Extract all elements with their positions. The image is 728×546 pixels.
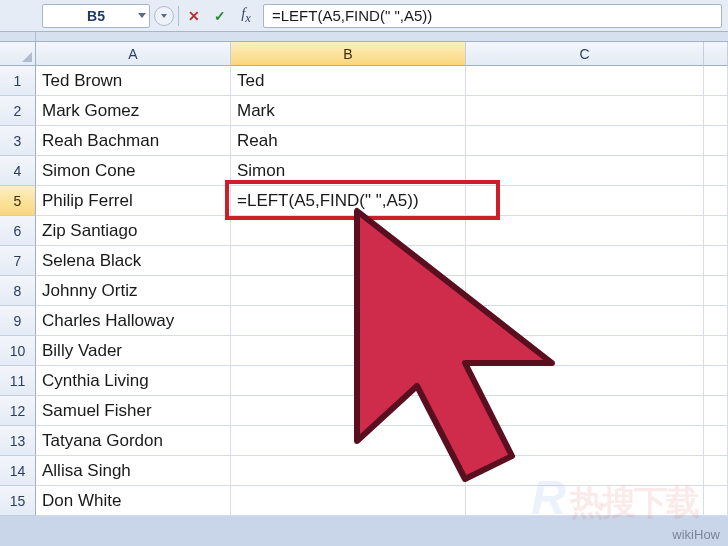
cell-C2[interactable] — [466, 96, 704, 126]
cell-B13[interactable] — [231, 426, 466, 456]
cell-A14[interactable]: Allisa Singh — [36, 456, 231, 486]
formula-bar: B5 ✕ ✓ fx =LEFT(A5,FIND(" ",A5)) — [0, 0, 728, 32]
cell-A5[interactable]: Philip Ferrel — [36, 186, 231, 216]
row-header-7[interactable]: 7 — [0, 246, 36, 276]
column-header-C[interactable]: C — [466, 42, 704, 66]
cell-C13[interactable] — [466, 426, 704, 456]
cell-C4[interactable] — [466, 156, 704, 186]
cell-A9[interactable]: Charles Halloway — [36, 306, 231, 336]
cell-overflow-12[interactable] — [704, 396, 728, 426]
cell-B8[interactable] — [231, 276, 466, 306]
formula-input[interactable]: =LEFT(A5,FIND(" ",A5)) — [263, 4, 722, 28]
cell-A1[interactable]: Ted Brown — [36, 66, 231, 96]
row-header-2[interactable]: 2 — [0, 96, 36, 126]
cell-B14[interactable] — [231, 456, 466, 486]
cell-overflow-14[interactable] — [704, 456, 728, 486]
cell-C10[interactable] — [466, 336, 704, 366]
cell-overflow-8[interactable] — [704, 276, 728, 306]
column-header-A[interactable]: A — [36, 42, 231, 66]
cell-overflow-3[interactable] — [704, 126, 728, 156]
cell-overflow-2[interactable] — [704, 96, 728, 126]
name-box-dropdown[interactable] — [154, 6, 174, 26]
row-header-13[interactable]: 13 — [0, 426, 36, 456]
cell-A2[interactable]: Mark Gomez — [36, 96, 231, 126]
cell-C11[interactable] — [466, 366, 704, 396]
cell-A4[interactable]: Simon Cone — [36, 156, 231, 186]
cell-B6[interactable] — [231, 216, 466, 246]
row-header-4[interactable]: 4 — [0, 156, 36, 186]
formula-enter-button[interactable]: ✓ — [209, 5, 231, 27]
row-header-1[interactable]: 1 — [0, 66, 36, 96]
cell-A10[interactable]: Billy Vader — [36, 336, 231, 366]
background-watermark-logo: R热搜下载 — [531, 470, 698, 526]
cell-C1[interactable] — [466, 66, 704, 96]
fx-icon: fx — [241, 5, 251, 26]
check-icon: ✓ — [214, 8, 226, 24]
cell-A13[interactable]: Tatyana Gordon — [36, 426, 231, 456]
select-all-corner[interactable] — [0, 42, 36, 66]
cell-B2[interactable]: Mark — [231, 96, 466, 126]
cell-overflow-4[interactable] — [704, 156, 728, 186]
formula-text: =LEFT(A5,FIND(" ",A5)) — [272, 7, 432, 24]
cell-C6[interactable] — [466, 216, 704, 246]
row-header-15[interactable]: 15 — [0, 486, 36, 516]
cell-B12[interactable] — [231, 396, 466, 426]
watermark-text: wikiHow — [672, 527, 720, 542]
chevron-down-icon[interactable] — [138, 13, 146, 18]
cell-A15[interactable]: Don White — [36, 486, 231, 516]
cell-B10[interactable] — [231, 336, 466, 366]
cell-C9[interactable] — [466, 306, 704, 336]
row-header-8[interactable]: 8 — [0, 276, 36, 306]
cell-B15[interactable] — [231, 486, 466, 516]
cell-overflow-1[interactable] — [704, 66, 728, 96]
cell-overflow-9[interactable] — [704, 306, 728, 336]
row-header-12[interactable]: 12 — [0, 396, 36, 426]
row-header-10[interactable]: 10 — [0, 336, 36, 366]
cell-C12[interactable] — [466, 396, 704, 426]
row-header-5[interactable]: 5 — [0, 186, 36, 216]
cell-B5[interactable]: =LEFT(A5,FIND(" ",A5)) — [231, 186, 466, 216]
cell-overflow-11[interactable] — [704, 366, 728, 396]
formula-cancel-button[interactable]: ✕ — [183, 5, 205, 27]
chevron-down-icon — [161, 14, 167, 18]
spreadsheet-grid[interactable]: ABC1Ted BrownTed2Mark GomezMark3Reah Bac… — [0, 42, 728, 516]
cell-B1[interactable]: Ted — [231, 66, 466, 96]
cell-overflow-15[interactable] — [704, 486, 728, 516]
cell-overflow-13[interactable] — [704, 426, 728, 456]
cell-C7[interactable] — [466, 246, 704, 276]
cell-overflow-6[interactable] — [704, 216, 728, 246]
cell-overflow-7[interactable] — [704, 246, 728, 276]
column-header-B[interactable]: B — [231, 42, 466, 66]
row-header-3[interactable]: 3 — [0, 126, 36, 156]
sheet-divider — [0, 32, 728, 42]
row-header-11[interactable]: 11 — [0, 366, 36, 396]
cell-A11[interactable]: Cynthia Living — [36, 366, 231, 396]
cell-A6[interactable]: Zip Santiago — [36, 216, 231, 246]
cell-C3[interactable] — [466, 126, 704, 156]
cell-B3[interactable]: Reah — [231, 126, 466, 156]
row-header-14[interactable]: 14 — [0, 456, 36, 486]
column-header-overflow[interactable] — [704, 42, 728, 66]
cell-A3[interactable]: Reah Bachman — [36, 126, 231, 156]
cell-B9[interactable] — [231, 306, 466, 336]
cell-B7[interactable] — [231, 246, 466, 276]
cell-A7[interactable]: Selena Black — [36, 246, 231, 276]
insert-function-button[interactable]: fx — [235, 5, 257, 27]
x-icon: ✕ — [188, 8, 200, 24]
separator — [178, 6, 179, 26]
row-header-6[interactable]: 6 — [0, 216, 36, 246]
cell-B4[interactable]: Simon — [231, 156, 466, 186]
cell-C8[interactable] — [466, 276, 704, 306]
name-box-value: B5 — [87, 8, 105, 24]
cell-B11[interactable] — [231, 366, 466, 396]
name-box[interactable]: B5 — [42, 4, 150, 28]
cell-overflow-5[interactable] — [704, 186, 728, 216]
cell-C5[interactable] — [466, 186, 704, 216]
cell-A8[interactable]: Johnny Ortiz — [36, 276, 231, 306]
cell-A12[interactable]: Samuel Fisher — [36, 396, 231, 426]
cell-overflow-10[interactable] — [704, 336, 728, 366]
row-header-9[interactable]: 9 — [0, 306, 36, 336]
